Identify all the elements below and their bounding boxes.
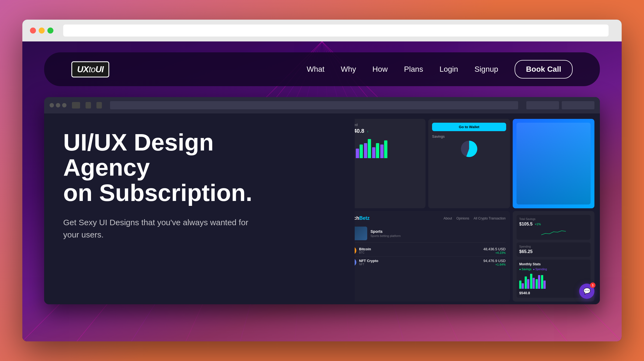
spending-label: Spending [519,245,588,248]
techbetz-nav: About Opinions All Crypto Transaction [443,216,506,220]
techbetz-title: TechBetz [355,215,370,221]
monthly-bar-p4 [538,275,540,289]
inner-nav-dots [72,102,102,109]
savings-donut-chart [461,141,477,157]
inner-forward-btn [86,102,91,109]
minimize-button[interactable] [39,28,45,34]
nav-signup[interactable]: Signup [475,65,498,74]
monthly-bar-g5 [541,275,543,289]
nft-abbr: NFT [359,263,481,266]
book-call-button[interactable]: Book Call [515,60,573,79]
dashboard-preview: Saved $540.8 ↑ [355,113,600,304]
balance-value: $540.8 ↑ [355,128,422,134]
close-button[interactable] [30,28,36,34]
nav-what[interactable]: What [307,65,324,74]
monthly-stats-label: Monthly Stats [519,262,588,266]
bar-green-5 [384,140,387,158]
navbar: UXtoUI What Why How Plans Login Signup B… [44,52,600,86]
inner-browser-chrome [44,97,600,113]
browser-chrome [22,20,622,41]
techbetz-opinions: Opinions [456,216,469,220]
bitcoin-change: +4.23% [483,251,506,254]
monthly-bar-p3 [533,278,535,289]
inner-browser-window: UI/UX Design Agency on Subscription. Get… [44,97,600,304]
sports-label: Sports [370,229,401,234]
techbetz-all: All Crypto Transaction [474,216,506,220]
spending-legend: ● Spending [533,268,547,271]
wallet-card: Go to Wallet Savings [428,119,510,208]
website-content: UXtoUI What Why How Plans Login Signup B… [22,41,622,341]
inner-minimize [56,103,60,107]
nav-why[interactable]: Why [341,65,356,74]
techbetz-title-colored: Betz [359,215,370,221]
bar-green-3 [368,139,371,158]
hero-subtitle: Get Sexy UI Designs that you've always w… [63,216,254,241]
monthly-bar-g4 [536,279,538,289]
hero-title-line2: Agency [63,154,150,181]
total-savings-label: Total Savings [519,218,588,221]
nav-plans[interactable]: Plans [404,65,423,74]
bar-green-4 [376,143,379,158]
monthly-bar-p1 [522,283,524,289]
monthly-bar-p2 [527,279,529,289]
total-savings-change: +1% [535,222,541,226]
logo-ux: UX [77,64,89,74]
bitcoin-value: 48,436.5 USD [483,247,506,251]
sports-image [355,227,367,240]
nft-icon: NFT [355,258,356,266]
inner-browser-body: UI/UX Design Agency on Subscription. Get… [44,113,600,304]
spending-value: $65.25 [519,249,533,254]
inner-extra-btn-1 [526,101,559,109]
inner-refresh-btn [96,102,102,109]
logo-ui: UI [95,64,104,74]
bar-purple-5 [380,145,384,158]
bar-purple-3 [364,143,367,158]
hero-title-line1: UI/UX Design [63,129,214,156]
bar-green-2 [360,145,363,158]
blue-gradient-card [513,119,594,208]
inner-address-bar[interactable] [110,101,518,109]
chat-notification-badge: 1 [590,282,596,288]
inner-back-btn [72,102,80,109]
monthly-bar-g3 [530,274,532,289]
savings-legend: ● Savings [519,268,531,271]
monthly-bar-g1 [519,281,521,289]
bitcoin-icon: ₿ [355,246,356,255]
nft-value: 94,476.9 USD [483,259,506,263]
logo-text: UXtoUI [77,64,104,74]
balance-card: Saved $540.8 ↑ [355,119,426,208]
monthly-bar-p5 [543,281,546,289]
inner-close [50,103,54,107]
nft-change: +1.64% [483,263,506,266]
chat-bubble[interactable]: 💬 1 [579,284,594,299]
monthly-bar-g2 [525,276,527,289]
browser-window: UXtoUI What Why How Plans Login Signup B… [22,20,622,341]
total-savings-value: $105.5 [519,222,533,227]
go-to-wallet-btn[interactable]: Go to Wallet [432,123,506,131]
hero-section: UI/UX Design Agency on Subscription. Get… [44,113,355,304]
savings-line-chart [519,228,588,236]
maximize-button[interactable] [47,28,53,34]
bitcoin-abbr: BTC [359,251,481,254]
techbetz-about: About [443,216,452,220]
nft-name: NFT Crypto [359,259,481,263]
nav-how[interactable]: How [372,65,388,74]
nav-links: What Why How Plans Login Signup Book Cal… [307,60,573,79]
sports-description: Sports betting platform [370,234,401,237]
logo-to: to [89,64,95,74]
bar-purple-4 [372,147,375,158]
bar-purple-2 [356,149,359,158]
saved-label: Saved [355,123,422,127]
hero-title: UI/UX Design Agency on Subscription. [63,130,336,205]
bottom-balance: $540.8 [519,291,588,295]
inner-extra-btn-2 [562,101,594,109]
hero-title-line3: on Subscription. [63,179,252,206]
address-bar[interactable] [63,25,609,37]
traffic-lights [30,28,53,34]
logo[interactable]: UXtoUI [71,61,109,77]
inner-maximize [62,103,66,107]
nav-login[interactable]: Login [439,65,458,74]
techbetz-card: TechBetz About Opinions All Crypto Trans… [355,211,510,302]
bitcoin-name: Bitcoin [359,247,481,251]
savings-label: Savings [432,134,506,139]
